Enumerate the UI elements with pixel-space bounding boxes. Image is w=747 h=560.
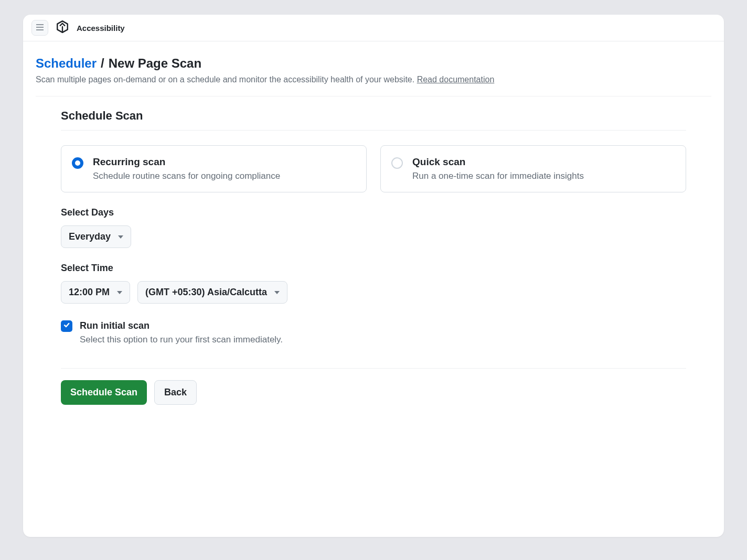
subtext-text: Scan multiple pages on-demand or on a sc… xyxy=(36,75,417,84)
form-actions: Schedule Scan Back xyxy=(61,380,686,405)
app-window: Accessibility Scheduler / New Page Scan … xyxy=(23,15,724,537)
divider xyxy=(61,368,686,369)
select-timezone-dropdown[interactable]: (GMT +05:30) Asia/Calcutta xyxy=(137,281,287,304)
select-days-value: Everyday xyxy=(69,231,111,242)
menu-icon xyxy=(36,23,44,33)
breadcrumb-parent-link[interactable]: Scheduler xyxy=(36,56,97,71)
recurring-scan-desc: Schedule routine scans for ongoing compl… xyxy=(93,171,280,181)
chevron-down-icon xyxy=(274,291,280,294)
recurring-scan-option[interactable]: Recurring scan Schedule routine scans fo… xyxy=(61,145,367,192)
brand: Accessibility xyxy=(56,20,125,36)
select-days-label: Select Days xyxy=(61,207,686,218)
select-time-label: Select Time xyxy=(61,263,686,274)
check-icon xyxy=(63,321,70,331)
breadcrumb: Scheduler / New Page Scan xyxy=(36,56,711,71)
quick-scan-title: Quick scan xyxy=(412,156,584,168)
run-initial-scan-desc: Select this option to run your first sca… xyxy=(80,335,283,345)
select-days-dropdown[interactable]: Everyday xyxy=(61,225,131,248)
select-time-field: Select Time 12:00 PM (GMT +05:30) Asia/C… xyxy=(61,263,686,304)
logo-icon xyxy=(56,20,69,36)
breadcrumb-current: New Page Scan xyxy=(109,56,201,71)
quick-scan-option[interactable]: Quick scan Run a one-time scan for immed… xyxy=(380,145,686,192)
radio-unselected-icon xyxy=(391,157,403,169)
read-documentation-link[interactable]: Read documentation xyxy=(417,75,495,84)
recurring-scan-title: Recurring scan xyxy=(93,156,280,168)
run-initial-scan-checkbox[interactable] xyxy=(61,320,72,332)
section-title: Schedule Scan xyxy=(61,109,686,131)
select-time-value: 12:00 PM xyxy=(69,287,110,298)
radio-selected-icon xyxy=(72,157,83,169)
scan-type-group: Recurring scan Schedule routine scans fo… xyxy=(61,145,686,192)
app-title: Accessibility xyxy=(77,24,125,33)
breadcrumb-separator: / xyxy=(101,56,104,71)
select-time-dropdown[interactable]: 12:00 PM xyxy=(61,281,130,304)
run-initial-scan-block: Run initial scan Select this option to r… xyxy=(61,320,686,345)
back-button[interactable]: Back xyxy=(154,380,197,405)
menu-button[interactable] xyxy=(31,20,48,36)
page-body: Scheduler / New Page Scan Scan multiple … xyxy=(23,41,724,430)
page-subtext: Scan multiple pages on-demand or on a sc… xyxy=(36,75,711,84)
select-days-field: Select Days Everyday xyxy=(61,207,686,248)
topbar: Accessibility xyxy=(23,15,724,41)
form-area: Schedule Scan Recurring scan Schedule ro… xyxy=(36,96,711,417)
quick-scan-desc: Run a one-time scan for immediate insigh… xyxy=(412,171,584,181)
run-initial-scan-label: Run initial scan xyxy=(80,320,283,331)
select-timezone-value: (GMT +05:30) Asia/Calcutta xyxy=(145,287,267,298)
schedule-scan-button[interactable]: Schedule Scan xyxy=(61,380,147,405)
chevron-down-icon xyxy=(117,291,122,294)
chevron-down-icon xyxy=(118,235,123,239)
